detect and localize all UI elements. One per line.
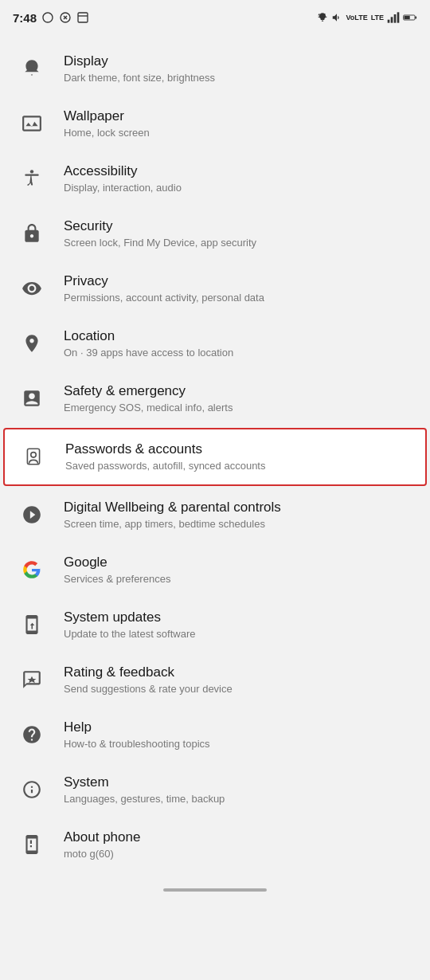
rating-subtitle: Send suggestions & rate your device (64, 683, 233, 696)
safety-text: Safety & emergency Emergency SOS, medica… (64, 382, 233, 415)
settings-item-safety[interactable]: Safety & emergency Emergency SOS, medica… (0, 371, 430, 426)
passwords-icon (18, 441, 49, 472)
settings-item-accessibility[interactable]: Accessibility Display, interaction, audi… (0, 151, 430, 206)
help-text: Help How-to & troubleshooting topics (64, 719, 210, 751)
settings-item-passwords[interactable]: Passwords & accounts Saved passwords, au… (3, 428, 427, 486)
status-bar: 7:48 VoLTE LTE (0, 0, 430, 35)
svg-point-12 (31, 453, 37, 458)
passwords-title: Passwords & accounts (65, 441, 265, 458)
settings-item-display[interactable]: Display Dark theme, font size, brightnes… (0, 41, 430, 96)
svg-rect-3 (391, 17, 393, 22)
settings-item-rating[interactable]: Rating & feedback Send suggestions & rat… (0, 653, 430, 708)
about-subtitle: moto g(60) (64, 848, 140, 861)
settings-item-digital-wellbeing[interactable]: Digital Wellbeing & parental controls Sc… (0, 488, 430, 543)
location-subtitle: On · 39 apps have access to location (64, 347, 233, 360)
passwords-subtitle: Saved passwords, autofill, synced accoun… (65, 460, 265, 473)
lte-label: LTE (371, 14, 384, 22)
safety-title: Safety & emergency (64, 382, 233, 400)
volte-label: VoLTE (346, 14, 367, 22)
help-icon (16, 719, 48, 751)
alarm-icon (317, 12, 328, 23)
settings-item-wallpaper[interactable]: Wallpaper Home, lock screen (0, 96, 430, 151)
settings-list: Display Dark theme, font size, brightnes… (0, 35, 430, 879)
accessibility-text: Accessibility Display, interaction, audi… (64, 163, 182, 195)
system-icon (16, 774, 48, 806)
shazam-icon (59, 11, 72, 24)
settings-item-system[interactable]: System Languages, gestures, time, backup (0, 762, 430, 817)
settings-item-location[interactable]: Location On · 39 apps have access to loc… (0, 316, 430, 371)
help-title: Help (64, 719, 210, 736)
wallpaper-title: Wallpaper (64, 108, 150, 125)
wallpaper-icon (16, 108, 48, 139)
security-title: Security (64, 218, 256, 235)
svg-rect-5 (397, 12, 400, 22)
display-title: Display (64, 53, 215, 70)
wallpaper-subtitle: Home, lock screen (64, 127, 150, 140)
location-title: Location (64, 327, 233, 345)
security-subtitle: Screen lock, Find My Device, app securit… (64, 237, 256, 250)
accessibility-icon (16, 163, 48, 194)
svg-rect-1 (78, 13, 88, 22)
about-text: About phone moto g(60) (64, 829, 140, 861)
privacy-text: Privacy Permissions, account activity, p… (64, 272, 264, 305)
passwords-text: Passwords & accounts Saved passwords, au… (65, 441, 265, 473)
rating-title: Rating & feedback (64, 664, 233, 681)
svg-rect-2 (388, 20, 390, 23)
safety-icon (16, 382, 48, 414)
system-updates-subtitle: Update to the latest software (64, 628, 195, 641)
home-indicator (0, 879, 430, 898)
system-title: System (64, 774, 225, 791)
system-updates-title: System updates (64, 609, 195, 626)
display-text: Display Dark theme, font size, brightnes… (64, 53, 215, 85)
settings-item-privacy[interactable]: Privacy Permissions, account activity, p… (0, 261, 430, 316)
settings-item-system-updates[interactable]: System updates Update to the latest soft… (0, 598, 430, 653)
battery-icon (403, 12, 417, 23)
system-text: System Languages, gestures, time, backup (64, 774, 225, 806)
volume-icon (331, 12, 342, 23)
google-subtitle: Services & preferences (64, 573, 170, 586)
display-subtitle: Dark theme, font size, brightness (64, 72, 215, 85)
box-icon (76, 11, 89, 24)
rating-text: Rating & feedback Send suggestions & rat… (64, 664, 233, 696)
privacy-icon (16, 272, 48, 304)
svg-rect-7 (405, 16, 410, 19)
status-time: 7:48 (13, 11, 37, 25)
snapchat-icon (41, 11, 54, 24)
svg-rect-8 (415, 17, 416, 19)
about-title: About phone (64, 829, 140, 846)
privacy-subtitle: Permissions, account activity, personal … (64, 292, 264, 305)
wallpaper-text: Wallpaper Home, lock screen (64, 108, 150, 140)
location-text: Location On · 39 apps have access to loc… (64, 327, 233, 360)
signal-icon (387, 12, 400, 23)
google-icon (16, 554, 48, 586)
status-icons-right: VoLTE LTE (317, 12, 417, 23)
google-text: Google Services & preferences (64, 554, 170, 586)
settings-item-google[interactable]: Google Services & preferences (0, 543, 430, 598)
display-icon (16, 53, 48, 84)
accessibility-title: Accessibility (64, 163, 182, 180)
security-icon (16, 218, 48, 249)
digital-wellbeing-icon (16, 499, 48, 531)
system-updates-text: System updates Update to the latest soft… (64, 609, 195, 641)
rating-icon (16, 664, 48, 696)
about-icon (16, 829, 48, 860)
settings-item-security[interactable]: Security Screen lock, Find My Device, ap… (0, 206, 430, 261)
svg-point-10 (30, 171, 33, 174)
status-time-and-apps: 7:48 (13, 11, 89, 25)
security-text: Security Screen lock, Find My Device, ap… (64, 218, 256, 250)
help-subtitle: How-to & troubleshooting topics (64, 738, 210, 751)
system-updates-icon (16, 609, 48, 641)
digital-wellbeing-title: Digital Wellbeing & parental controls (64, 499, 281, 516)
google-title: Google (64, 554, 170, 571)
settings-item-help[interactable]: Help How-to & troubleshooting topics (0, 708, 430, 762)
safety-subtitle: Emergency SOS, medical info, alerts (64, 402, 233, 415)
digital-wellbeing-subtitle: Screen time, app timers, bedtime schedul… (64, 518, 281, 531)
accessibility-subtitle: Display, interaction, audio (64, 182, 182, 195)
system-subtitle: Languages, gestures, time, backup (64, 793, 225, 806)
digital-wellbeing-text: Digital Wellbeing & parental controls Sc… (64, 499, 281, 531)
privacy-title: Privacy (64, 272, 264, 290)
home-bar (163, 888, 267, 892)
svg-rect-4 (394, 14, 397, 23)
settings-item-about[interactable]: About phone moto g(60) (0, 817, 430, 872)
location-icon (16, 327, 48, 359)
